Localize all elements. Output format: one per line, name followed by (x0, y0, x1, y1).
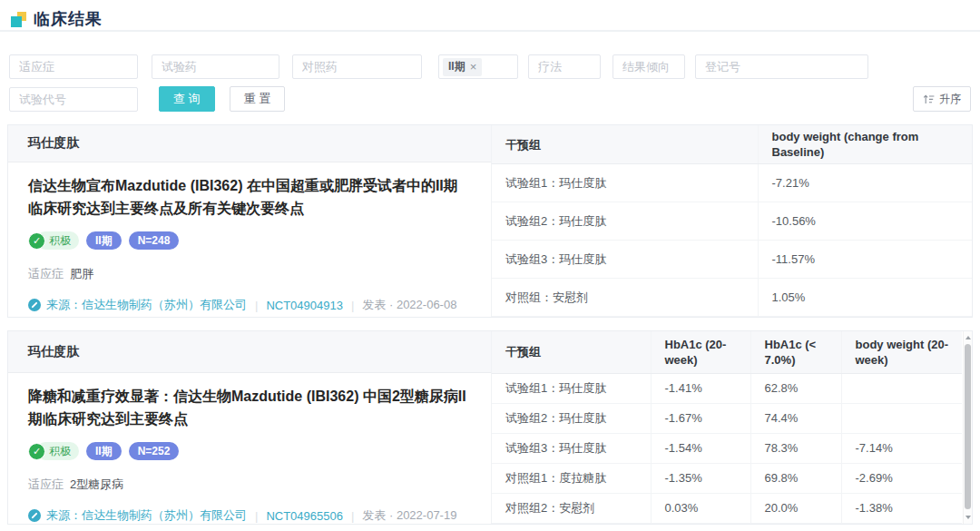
col-header: body weight (change from Baseline) (758, 125, 972, 164)
indication-input[interactable] (9, 54, 138, 79)
indication-label: 适应症 (28, 267, 64, 280)
table-cell: -1.35% (651, 463, 750, 493)
separator: | (351, 509, 354, 523)
positive-check-icon: ✓ (28, 232, 45, 250)
reset-button[interactable]: 重 置 (230, 86, 286, 112)
drug-name: 玛仕度肽 (8, 331, 491, 373)
sort-button-label: 升序 (939, 92, 961, 107)
sentiment-badge: ✓ 积极 (28, 231, 79, 250)
source-row: 来源：信达生物制药（苏州）有限公司 | NCT04904913 | 发表 · 2… (28, 297, 491, 313)
col-header: 干预组 (492, 125, 758, 164)
result-title: 信达生物宣布Mazdutide (IBI362) 在中国超重或肥胖受试者中的II… (8, 162, 491, 220)
registry-no-input[interactable] (695, 54, 868, 79)
source-company-link[interactable]: 来源：信达生物制药（苏州）有限公司 (46, 297, 247, 313)
table-cell: -7.21% (758, 164, 972, 202)
sample-size-badge: N=248 (129, 231, 180, 250)
table-cell (841, 403, 962, 433)
filter-row-1: II期 × (9, 54, 971, 79)
scroll-down-icon[interactable] (964, 513, 973, 522)
table-row: 试验组2：玛仕度肽 -10.56% (492, 202, 972, 241)
table-cell: -1.54% (651, 433, 750, 463)
indication-row: 适应症2型糖尿病 (28, 477, 491, 493)
table-cell: -1.67% (651, 403, 750, 433)
positive-check-icon: ✓ (28, 443, 45, 460)
table-row: 对照组1：度拉糖肽 -1.35% 69.8% -2.69% (492, 463, 962, 493)
clinical-results-page: 临床结果 II期 × 查 询 重 置 (0, 0, 980, 531)
table-scrollbar[interactable] (963, 331, 972, 524)
result-card: 玛仕度肽 降糖和减重疗效显著：信达生物Mazdutide (IBI362) 中国… (7, 330, 973, 525)
phase-tag-label: II期 (448, 59, 466, 74)
registry-link[interactable]: NCT04965506 (266, 509, 343, 523)
sort-ascending-button[interactable]: 升序 (913, 86, 971, 112)
source-company: 信达生物制药（苏州）有限公司 (82, 298, 247, 311)
table-cell: -1.38% (841, 493, 962, 523)
table-row: 对照组2：安慰剂 0.03% 20.0% -1.38% (492, 493, 962, 523)
table-cell: 对照组2：安慰剂 (492, 493, 651, 523)
page-title: 临床结果 (34, 8, 103, 30)
page-header: 临床结果 (0, 0, 980, 30)
table-cell: 78.3% (750, 433, 841, 463)
filter-bar: II期 × 查 询 重 置 升序 (0, 32, 980, 112)
table-cell: -1.41% (651, 373, 750, 403)
search-button[interactable]: 查 询 (159, 86, 215, 112)
table-cell: 74.4% (750, 403, 841, 433)
table-cell: 对照组：安慰剂 (492, 279, 758, 317)
badge-row: ✓ 积极 II期 N=252 (28, 442, 491, 460)
table-row: 试验组3：玛仕度肽 -1.54% 78.3% -7.14% (492, 433, 962, 463)
table-cell: 试验组3：玛仕度肽 (492, 241, 758, 279)
indication-row: 适应症肥胖 (28, 266, 491, 282)
separator: | (255, 509, 258, 523)
separator: | (255, 299, 258, 312)
sample-size-badge: N=252 (129, 442, 180, 460)
table-cell: 试验组3：玛仕度肽 (492, 433, 651, 463)
results-table: 干预组 body weight (change from Baseline) 试… (491, 125, 972, 317)
table-cell: 试验组1：玛仕度肽 (492, 164, 758, 202)
phase-badge: II期 (86, 231, 122, 250)
table-cell: 试验组2：玛仕度肽 (492, 403, 651, 433)
table-cell: -7.14% (841, 433, 962, 463)
table-header-row: 干预组 body weight (change from Baseline) (492, 125, 972, 164)
phase-tag: II期 × (443, 58, 482, 76)
col-header: 干预组 (492, 331, 651, 373)
phase-input[interactable]: II期 × (438, 54, 518, 79)
published-date: 发表 · 2022-07-19 (362, 507, 456, 524)
scroll-up-icon[interactable] (964, 333, 973, 342)
phase-tag-close-icon[interactable]: × (470, 61, 477, 73)
source-label: 来源： (46, 508, 82, 522)
sort-ascending-icon (923, 94, 935, 104)
card-summary: 玛仕度肽 降糖和减重疗效显著：信达生物Mazdutide (IBI362) 中国… (8, 331, 491, 524)
trial-code-input[interactable] (9, 87, 138, 112)
registry-link[interactable]: NCT04904913 (266, 299, 343, 312)
col-header: HbA1c (< 7.0%) (750, 331, 841, 373)
source-label: 来源： (46, 298, 82, 311)
col-header: HbA1c (20-week) (651, 331, 750, 373)
table-cell: 对照组1：度拉糖肽 (492, 463, 651, 493)
filter-row-2: 查 询 重 置 升序 (9, 86, 971, 112)
results-table: 干预组 HbA1c (20-week) HbA1c (< 7.0%) body … (491, 331, 972, 524)
phase-badge: II期 (86, 442, 122, 460)
table-cell: -11.57% (758, 241, 972, 279)
scrollbar-thumb[interactable] (965, 344, 971, 509)
result-tendency-input[interactable] (612, 54, 685, 79)
table-header-row: 干预组 HbA1c (20-week) HbA1c (< 7.0%) body … (492, 331, 962, 373)
table-row: 试验组1：玛仕度肽 -1.41% 62.8% (492, 373, 962, 403)
separator: | (351, 299, 354, 312)
control-drug-input[interactable] (292, 54, 422, 79)
source-icon (28, 509, 41, 522)
table-cell: 69.8% (750, 463, 841, 493)
indication-value: 肥胖 (70, 267, 93, 280)
table-row: 试验组2：玛仕度肽 -1.67% 74.4% (492, 403, 962, 433)
sentiment-badge: ✓ 积极 (28, 442, 79, 460)
table-cell (841, 373, 962, 403)
source-company-link[interactable]: 来源：信达生物制药（苏州）有限公司 (46, 507, 247, 524)
therapy-input[interactable] (528, 54, 601, 79)
table-cell: 1.05% (758, 279, 972, 317)
table-cell: 0.03% (651, 493, 750, 523)
table-cell: 62.8% (750, 373, 841, 403)
card-summary: 玛仕度肽 信达生物宣布Mazdutide (IBI362) 在中国超重或肥胖受试… (8, 125, 491, 317)
test-drug-input[interactable] (152, 54, 279, 79)
table-cell: -10.56% (758, 202, 972, 241)
drug-name: 玛仕度肽 (8, 125, 491, 162)
col-header: body weight (20-week) (841, 331, 962, 373)
result-card: 玛仕度肽 信达生物宣布Mazdutide (IBI362) 在中国超重或肥胖受试… (7, 124, 973, 318)
